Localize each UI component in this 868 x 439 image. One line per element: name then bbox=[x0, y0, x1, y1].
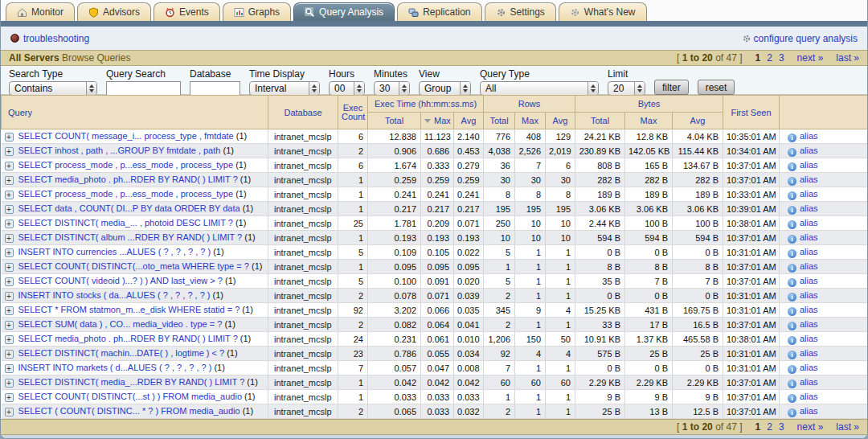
query-link[interactable]: INSERT INTO currencies ...ALUES ( ? , ? … bbox=[18, 247, 211, 256]
expand-row-button[interactable]: + bbox=[5, 292, 14, 301]
alias-link[interactable]: alias bbox=[800, 203, 818, 213]
expand-row-button[interactable]: + bbox=[5, 220, 14, 228]
view-select[interactable]: Group bbox=[419, 81, 471, 96]
expand-row-button[interactable]: + bbox=[5, 176, 14, 185]
col-query-header[interactable]: Query bbox=[2, 96, 268, 129]
exec-time-total-header[interactable]: Total bbox=[368, 113, 421, 129]
exec-time-max-header[interactable]: Max bbox=[421, 113, 454, 129]
alias-link[interactable]: alias bbox=[800, 232, 818, 242]
col-first-seen-header[interactable]: First Seen bbox=[723, 96, 780, 129]
troubleshooting-link[interactable]: troubleshooting bbox=[10, 33, 89, 44]
query-link[interactable]: SELECT process_mode , p...ess_mode , pro… bbox=[18, 189, 234, 199]
alias-link[interactable]: alias bbox=[800, 261, 818, 271]
tab-whats-new[interactable]: What's New bbox=[559, 2, 647, 21]
expand-row-button[interactable]: + bbox=[5, 263, 14, 272]
expand-row-button[interactable]: + bbox=[5, 364, 14, 373]
query-search-input[interactable] bbox=[106, 81, 181, 96]
query-link[interactable]: SELECT COUNT( DISTINCT(...st ) ) FROM me… bbox=[18, 392, 243, 401]
database-input[interactable] bbox=[190, 81, 240, 96]
tab-query-analysis[interactable]: Query Analysis bbox=[293, 2, 395, 21]
page-3-link[interactable]: 3 bbox=[779, 421, 784, 433]
tab-settings[interactable]: Settings bbox=[485, 2, 556, 21]
page-3-link[interactable]: 3 bbox=[779, 52, 784, 64]
page-2-link[interactable]: 2 bbox=[767, 421, 772, 433]
expand-row-button[interactable]: + bbox=[5, 335, 14, 344]
alias-link[interactable]: alias bbox=[800, 247, 818, 256]
filter-button[interactable]: filter bbox=[654, 80, 689, 95]
query-link[interactable]: SELECT COUNT( videoid )...? ) ) AND last… bbox=[18, 276, 223, 285]
tab-graphs[interactable]: Graphs bbox=[223, 2, 291, 21]
query-link[interactable]: SELECT DISTINCT( media_... , photoid DES… bbox=[18, 218, 233, 228]
bytes-total-header[interactable]: Total bbox=[575, 113, 625, 129]
page-1-current[interactable]: 1 bbox=[755, 52, 761, 64]
query-link[interactable]: INSERT INTO markets ( d...ALUES ( ? , ? … bbox=[18, 363, 212, 372]
page-2-link[interactable]: 2 bbox=[767, 52, 772, 64]
expand-row-button[interactable]: + bbox=[5, 393, 14, 402]
alias-link[interactable]: alias bbox=[800, 363, 818, 372]
col-exec-count-header[interactable]: Exec Count bbox=[338, 96, 368, 129]
query-type-select[interactable]: All bbox=[480, 81, 599, 96]
alias-link[interactable]: alias bbox=[800, 131, 818, 141]
expand-row-button[interactable]: + bbox=[5, 277, 14, 286]
query-link[interactable]: SELECT media_photo . ph...RDER BY RAND( … bbox=[18, 334, 238, 343]
alias-link[interactable]: alias bbox=[800, 218, 818, 228]
last-page-link[interactable]: last » bbox=[836, 52, 859, 64]
query-link[interactable]: SELECT data , COUNT( DI...P BY data ORDE… bbox=[18, 203, 240, 213]
last-page-link[interactable]: last » bbox=[836, 421, 859, 433]
expand-row-button[interactable]: + bbox=[5, 306, 14, 315]
alias-link[interactable]: alias bbox=[800, 334, 818, 343]
query-link[interactable]: SELECT ( COUNT( DISTINC... * ? ) FROM me… bbox=[18, 406, 240, 416]
expand-row-button[interactable]: + bbox=[5, 408, 14, 416]
expand-row-button[interactable]: + bbox=[5, 248, 14, 257]
time-display-select[interactable]: Interval bbox=[249, 81, 320, 96]
query-link[interactable]: INSERT INTO stocks ( da...ALUES ( ? , ? … bbox=[18, 290, 211, 300]
reset-button[interactable]: reset bbox=[698, 80, 735, 95]
query-link[interactable]: SELECT SUM( data ) , CO... media_video .… bbox=[18, 319, 223, 329]
rows-avg-header[interactable]: Avg bbox=[546, 113, 575, 129]
tab-events[interactable]: Events bbox=[154, 2, 220, 21]
bytes-avg-header[interactable]: Avg bbox=[673, 113, 723, 129]
tab-advisors[interactable]: Advisors bbox=[77, 2, 151, 21]
col-database-header[interactable]: Database bbox=[268, 96, 338, 129]
alias-link[interactable]: alias bbox=[800, 276, 818, 285]
tab-replication[interactable]: Replication bbox=[397, 2, 481, 21]
query-link[interactable]: SELECT * FROM statmon_m...e_disk WHERE s… bbox=[18, 305, 240, 314]
alias-link[interactable]: alias bbox=[800, 305, 818, 314]
query-link[interactable]: SELECT inhost , path , ...GROUP BY fmtda… bbox=[18, 146, 221, 155]
expand-row-button[interactable]: + bbox=[5, 350, 14, 359]
alias-link[interactable]: alias bbox=[800, 189, 818, 199]
configure-query-analysis-link[interactable]: configure query analysis bbox=[742, 33, 858, 44]
minutes-select[interactable]: 30 bbox=[374, 81, 410, 96]
query-link[interactable]: SELECT COUNT( message_i... process_type … bbox=[18, 131, 234, 141]
page-1-current[interactable]: 1 bbox=[755, 421, 761, 433]
expand-row-button[interactable]: + bbox=[5, 191, 14, 199]
expand-row-button[interactable]: + bbox=[5, 234, 14, 243]
next-page-link[interactable]: next » bbox=[797, 421, 824, 433]
query-link[interactable]: SELECT media_photo . ph...RDER BY RAND( … bbox=[18, 174, 238, 184]
query-link[interactable]: SELECT DISTINCT( machin...DATE( ) , logt… bbox=[18, 348, 225, 358]
alias-link[interactable]: alias bbox=[800, 174, 818, 184]
alias-link[interactable]: alias bbox=[800, 160, 818, 170]
query-link[interactable]: SELECT COUNT( DISTINCT(...oto_meta WHERE… bbox=[18, 261, 249, 271]
expand-row-button[interactable]: + bbox=[5, 133, 14, 142]
bytes-max-header[interactable]: Max bbox=[625, 113, 673, 129]
query-link[interactable]: SELECT process_mode , p...ess_mode , pro… bbox=[18, 160, 234, 170]
expand-row-button[interactable]: + bbox=[5, 162, 14, 170]
tab-monitor[interactable]: Monitor bbox=[6, 2, 75, 21]
alias-link[interactable]: alias bbox=[800, 392, 818, 401]
expand-row-button[interactable]: + bbox=[5, 205, 14, 214]
alias-link[interactable]: alias bbox=[800, 377, 818, 387]
query-link[interactable]: SELECT DISTINCT( media_...RDER BY RAND( … bbox=[18, 377, 245, 387]
exec-time-avg-header[interactable]: Avg bbox=[454, 113, 484, 129]
alias-link[interactable]: alias bbox=[800, 146, 818, 155]
search-type-select[interactable]: Contains bbox=[9, 81, 97, 96]
alias-link[interactable]: alias bbox=[800, 319, 818, 329]
next-page-link[interactable]: next » bbox=[797, 52, 824, 64]
expand-row-button[interactable]: + bbox=[5, 379, 14, 388]
rows-max-header[interactable]: Max bbox=[515, 113, 546, 129]
limit-select[interactable]: 20 bbox=[608, 81, 645, 96]
expand-row-button[interactable]: + bbox=[5, 321, 14, 330]
alias-link[interactable]: alias bbox=[800, 406, 818, 416]
hours-select[interactable]: 00 bbox=[329, 81, 365, 96]
rows-total-header[interactable]: Total bbox=[484, 113, 515, 129]
